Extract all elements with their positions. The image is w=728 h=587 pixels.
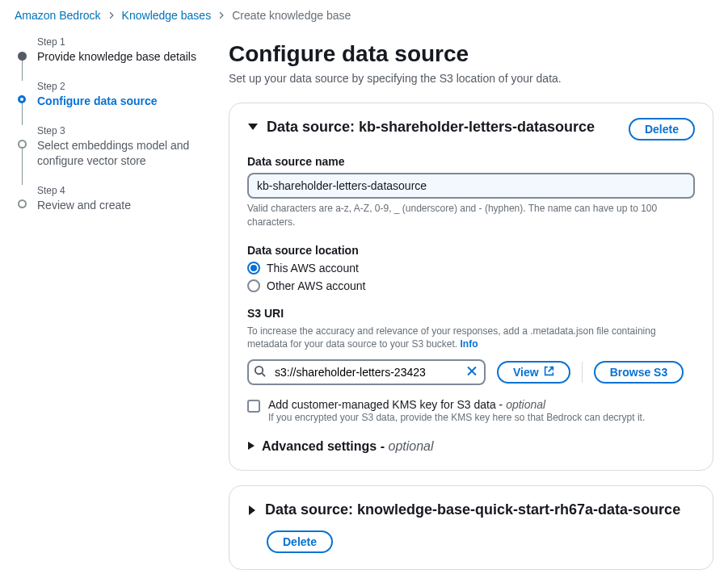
delete-button[interactable]: Delete xyxy=(267,530,333,553)
radio-label: Other AWS account xyxy=(267,279,365,292)
caret-down-icon[interactable] xyxy=(247,122,259,132)
svg-line-1 xyxy=(262,374,265,377)
step-title: Configure data source xyxy=(37,94,200,109)
radio-other-account[interactable]: Other AWS account xyxy=(247,279,695,292)
location-label: Data source location xyxy=(247,244,695,257)
s3-uri-hint: To increase the accuracy and relevance o… xyxy=(247,325,695,352)
wizard-steps: Step 1 Provide knowledge base details St… xyxy=(15,36,200,585)
breadcrumb-link-kb[interactable]: Knowledge bases xyxy=(122,9,212,22)
step-title: Provide knowledge base details xyxy=(37,49,200,65)
info-link[interactable]: Info xyxy=(460,338,478,350)
step-title: Select embeddings model and configure ve… xyxy=(37,138,200,169)
kms-hint: If you encrypted your S3 data, provide t… xyxy=(268,411,645,425)
breadcrumb-link-bedrock[interactable]: Amazon Bedrock xyxy=(15,9,101,22)
clear-icon[interactable] xyxy=(463,363,481,383)
external-link-icon xyxy=(544,366,554,379)
step-bullet-icon xyxy=(18,199,27,208)
search-icon xyxy=(254,365,266,379)
radio-this-account[interactable]: This AWS account xyxy=(247,262,695,275)
data-source-name-label: Data source name xyxy=(247,155,695,168)
step-3[interactable]: Step 3 Select embeddings model and confi… xyxy=(18,125,200,185)
panel-title: Data source: knowledge-base-quick-start-… xyxy=(265,501,680,519)
step-2[interactable]: Step 2 Configure data source xyxy=(18,81,200,125)
page-subtitle: Set up your data source by specifying th… xyxy=(229,72,713,85)
step-label: Step 1 xyxy=(37,36,200,48)
delete-button[interactable]: Delete xyxy=(629,118,695,140)
divider xyxy=(582,362,583,383)
caret-right-icon[interactable] xyxy=(247,505,257,516)
chevron-right-icon xyxy=(217,9,225,22)
data-source-panel-1: Data source: kb-shareholder-letters-data… xyxy=(229,103,713,471)
radio-label: This AWS account xyxy=(267,262,359,275)
view-button[interactable]: View xyxy=(497,361,570,384)
step-bullet-icon xyxy=(18,140,27,149)
advanced-settings-label: Advanced settings - optional xyxy=(262,439,434,454)
step-label: Step 2 xyxy=(37,81,200,92)
kms-label: Add customer-managed KMS key for S3 data… xyxy=(268,398,645,411)
step-title: Review and create xyxy=(37,198,200,213)
s3-uri-input[interactable] xyxy=(247,359,486,385)
chevron-right-icon xyxy=(107,9,116,22)
caret-right-icon xyxy=(247,440,255,453)
step-1[interactable]: Step 1 Provide knowledge base details xyxy=(18,36,200,81)
radio-checked-icon xyxy=(247,262,260,275)
main-content: Configure data source Set up your data s… xyxy=(229,36,713,585)
advanced-settings-toggle[interactable]: Advanced settings - optional xyxy=(247,439,695,454)
step-label: Step 4 xyxy=(37,185,200,196)
radio-icon xyxy=(247,279,260,292)
browse-s3-button[interactable]: Browse S3 xyxy=(594,361,684,384)
step-4[interactable]: Step 4 Review and create xyxy=(18,185,200,229)
data-source-name-hint: Valid characters are a-z, A-Z, 0-9, _ (u… xyxy=(247,202,695,229)
data-source-name-input[interactable] xyxy=(247,173,695,199)
s3-uri-label: S3 URI xyxy=(247,307,695,320)
panel-title: Data source: kb-shareholder-letters-data… xyxy=(267,118,595,136)
breadcrumb-current: Create knowledge base xyxy=(232,9,351,22)
data-source-panel-2: Data source: knowledge-base-quick-start-… xyxy=(229,485,713,570)
step-bullet-done-icon xyxy=(18,52,27,61)
step-bullet-active-icon xyxy=(18,95,26,103)
breadcrumb: Amazon Bedrock Knowledge bases Create kn… xyxy=(15,9,713,22)
step-label: Step 3 xyxy=(37,125,200,136)
page-title: Configure data source xyxy=(229,41,713,67)
svg-point-0 xyxy=(255,367,263,374)
kms-checkbox[interactable] xyxy=(247,400,260,413)
